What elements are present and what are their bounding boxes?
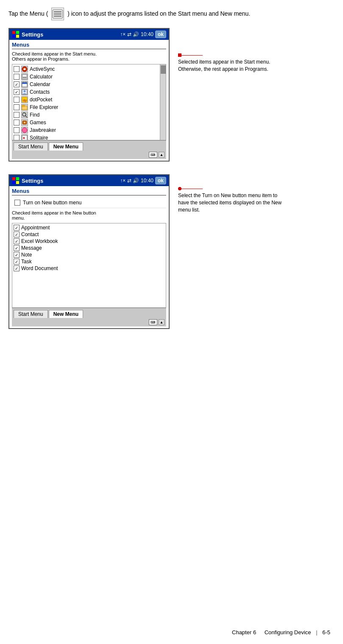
calculator-icon: [21, 73, 28, 80]
list-item[interactable]: Task: [12, 258, 166, 265]
device-screen-1: Settings ↑× ⇄ 🔊 10:40 ok Menus Checked i…: [8, 28, 170, 162]
list-item[interactable]: Calendar: [12, 81, 160, 88]
checkbox-calculator[interactable]: [14, 74, 20, 80]
description-2: Checked items appear in the New button m…: [12, 210, 166, 220]
tab-new-menu-1[interactable]: New Menu: [49, 142, 83, 151]
contacts-icon: [21, 89, 28, 95]
list-item[interactable]: Message: [12, 245, 166, 251]
menus-divider-1: [12, 49, 166, 49]
svg-rect-35: [16, 181, 19, 184]
screen-body-2: Menus Turn on New button menu Checked it…: [9, 186, 169, 328]
title-text-1: Settings: [22, 31, 43, 38]
find-icon: [21, 112, 28, 118]
checkbox-games[interactable]: [14, 120, 20, 125]
desc-line1-2: Checked items appear in the New button: [12, 210, 166, 215]
list-item[interactable]: Find: [12, 111, 160, 119]
checkbox-appointment[interactable]: [14, 225, 20, 231]
clock-2: 10:40: [141, 178, 153, 184]
checkbox-calendar[interactable]: [14, 81, 20, 87]
list-item[interactable]: Contacts: [12, 88, 160, 96]
checkbox-jawbreaker[interactable]: [14, 127, 20, 133]
jawbreaker-label: Jawbreaker: [30, 127, 56, 133]
tab-start-menu-2[interactable]: Start Menu: [14, 310, 48, 318]
checkbox-note[interactable]: [14, 252, 20, 258]
dotpocket-label: dotPocket: [30, 97, 52, 103]
svg-rect-9: [22, 74, 27, 79]
list-item[interactable]: Appointment: [12, 224, 166, 231]
scroll-thumb-1[interactable]: [161, 65, 166, 74]
list-item[interactable]: Word Document: [12, 265, 166, 272]
list-item[interactable]: Calculator: [12, 73, 160, 81]
menu-icon-inline: [51, 8, 64, 20]
screen-body-1: Menus Checked items appear in the Start …: [9, 40, 169, 161]
intro-paragraph: Tap the Menu ( ) icon to adjust the prog…: [8, 8, 335, 20]
checkbox-task[interactable]: [14, 259, 20, 265]
list-item[interactable]: Contact: [12, 231, 166, 238]
footer-chapter: Chapter 6: [232, 629, 256, 636]
checkbox-contacts[interactable]: [14, 89, 20, 95]
checkbox-contact[interactable]: [14, 231, 20, 237]
message-label: Message: [21, 245, 42, 251]
footer-section: Configuring Device: [265, 629, 311, 636]
screenshot-1-wrapper: Settings ↑× ⇄ 🔊 10:40 ok Menus Checked i…: [8, 28, 335, 162]
arrow-up-2[interactable]: ▲: [159, 319, 165, 325]
checkbox-excel[interactable]: [14, 238, 20, 244]
checkbox-turn-on[interactable]: [14, 200, 20, 206]
title-bar-2: Settings ↑× ⇄ 🔊 10:40 ok: [9, 175, 169, 186]
list-item[interactable]: Games: [12, 119, 160, 126]
checkbox-word[interactable]: [14, 265, 20, 271]
new-menu-list-inner: Appointment Contact Excel Workbook: [12, 223, 166, 307]
checkbox-find[interactable]: [14, 112, 20, 118]
desc-line2-2: menu.: [12, 215, 166, 220]
arrow-up-1[interactable]: ▲: [159, 152, 165, 158]
device-screen-2: Settings ↑× ⇄ 🔊 10:40 ok Menus Turn on N…: [8, 174, 170, 329]
word-label: Word Document: [21, 265, 58, 271]
tab-bar-2: Start Menu New Menu: [12, 308, 166, 318]
clock-1: 10:40: [141, 31, 153, 37]
checkbox-solitaire[interactable]: [14, 135, 20, 140]
solitaire-icon: ♠: [21, 134, 28, 140]
bottom-bar-1: ⌨ ▲: [12, 151, 166, 159]
turn-on-row[interactable]: Turn on New button menu: [12, 198, 166, 208]
checkbox-activesync[interactable]: [14, 66, 20, 72]
svg-rect-12: [24, 77, 25, 78]
calendar-icon: [21, 81, 28, 88]
desc-line1-1: Checked items appear in the Start menu.: [12, 51, 166, 56]
tab-new-menu-2[interactable]: New Menu: [49, 310, 83, 318]
list-item[interactable]: ♠ Solitaire: [12, 134, 160, 140]
tab-start-menu-1[interactable]: Start Menu: [14, 142, 48, 151]
svg-rect-33: [16, 177, 19, 180]
title-bar-right-1: ↑× ⇄ 🔊 10:40 ok: [120, 31, 166, 38]
svg-rect-16: [23, 82, 24, 83]
checkbox-dotpocket[interactable]: [14, 97, 20, 103]
keyboard-icon-2[interactable]: ⌨: [149, 319, 157, 325]
red-dot-2: [178, 187, 181, 190]
list-scrollbar-1[interactable]: [160, 64, 166, 140]
title-bar-right-2: ↑× ⇄ 🔊 10:40 ok: [120, 177, 166, 184]
red-line-2: [181, 189, 203, 189]
svg-rect-7: [16, 35, 19, 38]
menus-title-2: Menus: [12, 188, 166, 194]
svg-point-19: [24, 90, 26, 92]
dotpocket-icon: dp: [21, 96, 28, 103]
svg-rect-13: [25, 77, 26, 78]
list-item[interactable]: Note: [12, 251, 166, 258]
keyboard-icon-1[interactable]: ⌨: [149, 152, 157, 158]
svg-rect-15: [22, 82, 27, 84]
list-item[interactable]: Jawbreaker: [12, 126, 160, 134]
svg-rect-10: [23, 75, 26, 76]
list-item[interactable]: dp dotPocket: [12, 96, 160, 103]
checkbox-message[interactable]: [14, 245, 20, 251]
app-list-1: ActiveSync Calculator: [12, 64, 166, 140]
list-item[interactable]: Excel Workbook: [12, 238, 166, 245]
ok-button-1[interactable]: ok: [155, 31, 166, 38]
svg-rect-34: [12, 181, 15, 184]
ok-button-2[interactable]: ok: [155, 177, 166, 184]
turn-on-label: Turn on New button menu: [23, 200, 81, 206]
status-icons-2: ↑× ⇄ 🔊: [120, 178, 139, 184]
list-item[interactable]: ActiveSync: [12, 65, 160, 73]
new-menu-list: Appointment Contact Excel Workbook: [12, 223, 166, 308]
checkbox-fileexplorer[interactable]: [14, 104, 20, 110]
menus-divider-2: [12, 195, 166, 195]
list-item[interactable]: File Explorer: [12, 103, 160, 111]
